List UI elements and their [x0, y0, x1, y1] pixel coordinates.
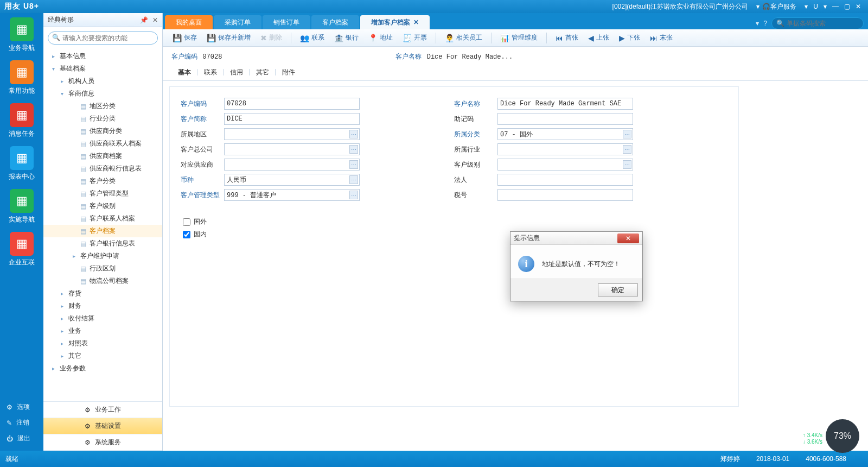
tree-node[interactable]: ▤客户级别 — [43, 200, 162, 212]
tree-node[interactable]: ▤客户银行信息表 — [43, 237, 162, 250]
tree-node[interactable]: ▸对照表 — [43, 337, 162, 350]
rail-bottom-item[interactable]: ⚙选项 — [0, 399, 43, 415]
field-input[interactable] — [497, 189, 633, 201]
close-button[interactable]: ✕ — [856, 3, 861, 10]
tree-node[interactable]: ▸存货 — [43, 287, 162, 300]
maximize-button[interactable]: ▢ — [844, 3, 850, 10]
rail-bottom-item[interactable]: ✎注销 — [0, 415, 43, 431]
tree-node[interactable]: ▤供应商银行信息表 — [43, 162, 162, 175]
battery-widget[interactable]: 73% — [826, 419, 859, 453]
field-input[interactable]: 07 - 国外⋯ — [497, 128, 633, 140]
company-dropdown-icon[interactable]: ▾ — [756, 3, 760, 10]
rail-item[interactable]: ▦报表中心 — [5, 146, 38, 181]
checkbox-item[interactable]: 国外 — [183, 217, 727, 226]
checkbox-item[interactable]: 国内 — [183, 230, 727, 239]
tree-node[interactable]: ▤客户档案 — [43, 225, 162, 237]
field-input[interactable]: ⋯ — [224, 143, 360, 155]
field-input[interactable]: 999 - 普通客户⋯ — [224, 189, 360, 201]
toolbar-button[interactable]: ⏭末张 — [646, 31, 677, 44]
checkbox[interactable] — [183, 218, 190, 226]
field-input[interactable]: 人民币⋯ — [224, 174, 360, 186]
rail-item[interactable]: ▦实施导航 — [5, 189, 38, 224]
dialog-ok-button[interactable]: 确定 — [598, 283, 638, 296]
tab[interactable]: 增加客户档案✕ — [360, 15, 430, 29]
tab[interactable]: 我的桌面 — [165, 15, 213, 29]
checkbox[interactable] — [183, 231, 190, 238]
u-icon[interactable]: U — [813, 3, 818, 10]
toolbar-button[interactable]: 🏦银行 — [330, 31, 363, 44]
toolbar-button[interactable]: 🧾开票 — [398, 31, 431, 44]
tree-bottom-tab[interactable]: ⚙基础设置 — [43, 418, 162, 434]
tree-node[interactable]: ▤供应商分类 — [43, 125, 162, 137]
tree-node[interactable]: ▤供应商联系人档案 — [43, 137, 162, 150]
toolbar-button[interactable]: ⏮首张 — [551, 31, 583, 44]
lookup-icon[interactable]: ⋯ — [349, 175, 358, 184]
tree-node[interactable]: ▤物流公司档案 — [43, 275, 162, 287]
minimize-button[interactable]: — — [832, 3, 839, 10]
field-input[interactable]: ⋯ — [497, 159, 633, 171]
field-input[interactable] — [497, 113, 633, 125]
tree-node[interactable]: ▤客户分类 — [43, 175, 162, 187]
tree-node[interactable]: ▸基本信息 — [43, 50, 162, 62]
barcode-search-input[interactable] — [787, 20, 868, 27]
tree-bottom-tab[interactable]: ⚙系统服务 — [43, 434, 162, 451]
rail-item[interactable]: ▦业务导航 — [5, 17, 38, 53]
pin-icon[interactable]: 📌 — [140, 16, 148, 24]
field-input[interactable]: ⋯ — [224, 159, 360, 171]
sub-tab[interactable]: 联系 — [197, 66, 224, 80]
tree-node[interactable]: ▤客户联系人档案 — [43, 212, 162, 225]
tree-node[interactable]: ▾客商信息 — [43, 87, 162, 100]
lookup-icon[interactable]: ⋯ — [349, 160, 358, 169]
tree-node[interactable]: ▤地区分类 — [43, 100, 162, 112]
sub-tab[interactable]: 信用 — [224, 66, 250, 80]
field-input[interactable]: DICE — [224, 113, 360, 125]
lookup-icon[interactable]: ⋯ — [623, 160, 631, 169]
tree-node[interactable]: ▸业务 — [43, 325, 162, 337]
tree-node[interactable]: ▸客户维护申请 — [43, 250, 162, 262]
sub-tab[interactable]: 基本 — [171, 66, 197, 80]
tree-bottom-tab[interactable]: ⚙业务工作 — [43, 402, 162, 418]
toolbar-button[interactable]: 👥联系 — [296, 31, 329, 44]
lookup-icon[interactable]: ⋯ — [349, 130, 358, 138]
tabs-menu-icon[interactable]: ▾ — [756, 20, 759, 27]
tab[interactable]: 客户档案 — [311, 15, 359, 29]
tree-node[interactable]: ▸财务 — [43, 300, 162, 312]
u-dropdown-icon[interactable]: ▾ — [824, 3, 827, 10]
toolbar-button[interactable]: ◀上张 — [584, 31, 614, 44]
toolbar-button[interactable]: 👨‍💼相关员工 — [441, 31, 487, 44]
customer-service[interactable]: 客户服务 — [770, 2, 796, 11]
tab-close-icon[interactable]: ✕ — [413, 18, 419, 26]
rail-bottom-item[interactable]: ⏻退出 — [0, 431, 43, 446]
tree-node[interactable]: ▸收付结算 — [43, 312, 162, 325]
tree-node[interactable]: ▾基础档案 — [43, 62, 162, 75]
tree-node[interactable]: ▸其它 — [43, 350, 162, 362]
lookup-icon[interactable]: ⋯ — [349, 145, 358, 154]
tree-node[interactable]: ▤行政区划 — [43, 262, 162, 275]
tab[interactable]: 采购订单 — [214, 15, 261, 29]
field-input[interactable]: ⋯ — [224, 128, 360, 140]
tree-node[interactable]: ▤客户管理类型 — [43, 187, 162, 200]
help-icon[interactable]: ? — [763, 20, 767, 27]
rail-item[interactable]: ▦企业互联 — [5, 232, 38, 267]
lookup-icon[interactable]: ⋯ — [349, 191, 358, 199]
tab[interactable]: 销售订单 — [263, 15, 310, 29]
rail-item[interactable]: ▦常用功能 — [5, 60, 38, 96]
sub-tab[interactable]: 其它 — [250, 66, 276, 80]
toolbar-button[interactable]: 📊管理维度 — [496, 31, 542, 44]
field-input[interactable]: 07028 — [224, 98, 360, 110]
lookup-icon[interactable]: ⋯ — [623, 130, 631, 138]
barcode-search[interactable]: 🔍 — [771, 17, 864, 29]
tree-search-input[interactable] — [48, 31, 158, 45]
dialog-close-button[interactable]: ✕ — [617, 234, 639, 243]
service-dropdown-icon[interactable]: ▾ — [805, 3, 808, 10]
tree-node[interactable]: ▤供应商档案 — [43, 150, 162, 162]
toolbar-button[interactable]: 💾保存并新增 — [202, 31, 255, 44]
toolbar-button[interactable]: 💾保存 — [168, 31, 201, 44]
field-input[interactable]: Dice For Ready Made Garment SAE — [497, 98, 633, 110]
tree-close-icon[interactable]: ✕ — [152, 16, 158, 24]
rail-item[interactable]: ▦消息任务 — [5, 103, 38, 138]
toolbar-button[interactable]: 📍地址 — [364, 31, 397, 44]
tree-node[interactable]: ▸业务参数 — [43, 362, 162, 375]
sub-tab[interactable]: 附件 — [276, 66, 302, 80]
tree-node[interactable]: ▤行业分类 — [43, 112, 162, 125]
